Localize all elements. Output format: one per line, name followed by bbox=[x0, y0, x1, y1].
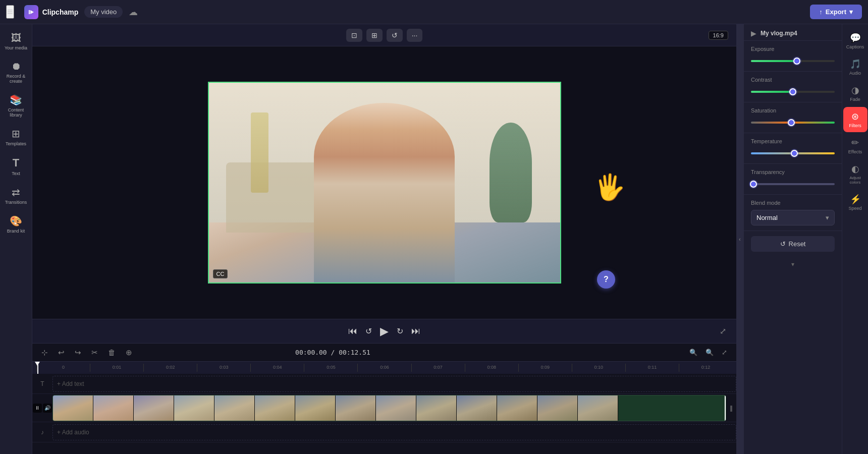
text-icon: T bbox=[13, 156, 19, 169]
tool-audio[interactable]: 🎵 Audio bbox=[843, 54, 867, 80]
blend-mode-label: Blend mode bbox=[751, 200, 835, 206]
contrast-label: Contrast bbox=[751, 77, 835, 83]
add-text-button[interactable]: + Add text bbox=[52, 376, 736, 392]
delete-button[interactable]: 🗑 bbox=[105, 347, 119, 358]
transparency-label: Transparency bbox=[751, 169, 835, 175]
hamburger-menu[interactable]: ≡ bbox=[6, 5, 14, 19]
panel-bottom-collapse[interactable]: ▾ bbox=[744, 257, 842, 272]
speed-icon: ⚡ bbox=[850, 194, 861, 205]
video-frame[interactable]: CC bbox=[208, 82, 561, 283]
tool-adjust-colors[interactable]: ◐ Adjustcolors bbox=[843, 159, 867, 189]
mute-button[interactable]: ⏸ bbox=[33, 404, 42, 413]
contrast-thumb[interactable] bbox=[789, 88, 796, 95]
skip-to-end-button[interactable]: ⏭ bbox=[407, 324, 424, 338]
video-track-row: ⏸ 🔊 bbox=[32, 394, 736, 422]
rotate-button[interactable]: ↺ bbox=[387, 29, 403, 42]
left-sidebar: 🖼 Your media ⏺ Record &create 📚 Contentl… bbox=[0, 24, 32, 454]
sidebar-item-templates[interactable]: ⊞ Templates bbox=[2, 124, 31, 150]
properties-panel: ▶ My vlog.mp4 Exposure Contrast bbox=[743, 24, 842, 454]
video-thumbnails bbox=[53, 395, 726, 421]
zoom-in-button[interactable]: 🔍 bbox=[702, 347, 717, 358]
crop-button[interactable]: ⊡ bbox=[346, 29, 362, 42]
zoom-out-button[interactable]: 🔍 bbox=[686, 347, 700, 358]
video-thumb-3 bbox=[134, 395, 174, 421]
contrast-track bbox=[751, 91, 835, 93]
transparency-thumb[interactable] bbox=[750, 181, 757, 188]
temperature-section: Temperature bbox=[744, 133, 842, 164]
temperature-thumb[interactable] bbox=[791, 150, 798, 157]
saturation-thumb[interactable] bbox=[788, 119, 795, 126]
blend-mode-section: Blend mode Normal ▾ bbox=[744, 195, 842, 231]
main-area: 🖼 Your media ⏺ Record &create 📚 Contentl… bbox=[0, 24, 868, 454]
exposure-track bbox=[751, 60, 835, 62]
sidebar-item-record-create[interactable]: ⏺ Record &create bbox=[2, 56, 31, 88]
panel-header: ▶ My vlog.mp4 bbox=[744, 24, 842, 41]
volume-button[interactable]: 🔊 bbox=[43, 404, 52, 413]
sidebar-item-brand-kit[interactable]: 🎨 Brand kit bbox=[2, 211, 31, 238]
cut-button[interactable]: ✂ bbox=[88, 347, 101, 359]
sidebar-item-your-media[interactable]: 🖼 Your media bbox=[2, 28, 31, 54]
transparency-slider[interactable] bbox=[751, 179, 835, 189]
video-track-end: ‖ bbox=[726, 405, 736, 412]
reset-icon: ↺ bbox=[780, 240, 786, 248]
contrast-section: Contrast bbox=[744, 72, 842, 102]
more-options-button[interactable]: ··· bbox=[407, 29, 423, 42]
video-track-content[interactable] bbox=[52, 395, 726, 421]
add-audio-button[interactable]: + Add audio bbox=[52, 424, 736, 440]
exposure-thumb[interactable] bbox=[793, 58, 800, 65]
chevron-down-icon: ▾ bbox=[791, 261, 794, 268]
tool-effects[interactable]: ✏ Effects bbox=[843, 133, 867, 158]
text-track-content[interactable]: + Add text bbox=[52, 376, 736, 392]
tool-filters[interactable]: ⊛ Filters bbox=[843, 107, 867, 132]
contrast-slider[interactable] bbox=[751, 87, 835, 97]
tool-captions[interactable]: 💬 Captions bbox=[843, 28, 867, 53]
layout-button[interactable]: ⊞ bbox=[366, 29, 383, 42]
sidebar-item-transitions[interactable]: ⇄ Transitions bbox=[2, 182, 31, 209]
tool-speed[interactable]: ⚡ Speed bbox=[843, 190, 867, 215]
blend-mode-select[interactable]: Normal ▾ bbox=[751, 210, 835, 225]
rewind-5s-button[interactable]: ↺ bbox=[361, 324, 376, 338]
exposure-fill bbox=[751, 60, 797, 62]
fullscreen-button[interactable]: ⤢ bbox=[716, 324, 730, 338]
play-pause-button[interactable]: ▶ bbox=[376, 323, 393, 340]
skip-to-start-button[interactable]: ⏮ bbox=[344, 324, 361, 338]
sidebar-item-content-library[interactable]: 📚 Contentlibrary bbox=[2, 90, 31, 122]
help-button[interactable]: ? bbox=[597, 270, 615, 289]
panel-collapse-button[interactable]: ‹ bbox=[736, 24, 743, 454]
select-tool-button[interactable]: ⊹ bbox=[38, 347, 51, 359]
temperature-slider[interactable] bbox=[751, 148, 835, 158]
cc-badge: CC bbox=[213, 269, 228, 278]
video-thumb-6 bbox=[255, 395, 295, 421]
export-button[interactable]: ↑ Export ▾ bbox=[810, 5, 862, 19]
playback-controls: ⏮ ↺ ▶ ↻ ⏭ ⤢ bbox=[32, 319, 736, 343]
audio-track-content[interactable]: + Add audio bbox=[52, 424, 736, 440]
logo-icon bbox=[24, 5, 38, 19]
blend-mode-arrow: ▾ bbox=[826, 214, 829, 221]
export-chevron: ▾ bbox=[849, 8, 853, 16]
redo-button[interactable]: ↪ bbox=[72, 347, 84, 359]
app-name: Clipchamp bbox=[42, 8, 79, 16]
transitions-icon: ⇄ bbox=[12, 186, 20, 198]
undo-button[interactable]: ↩ bbox=[55, 347, 68, 359]
exposure-slider[interactable] bbox=[751, 56, 835, 66]
forward-5s-button[interactable]: ↻ bbox=[393, 324, 407, 338]
video-thumb-8 bbox=[336, 395, 376, 421]
aspect-ratio-badge: 16:9 bbox=[709, 31, 728, 40]
video-thumb-1 bbox=[53, 395, 93, 421]
add-media-button[interactable]: ⊕ bbox=[123, 347, 135, 359]
video-preview-area: CC 🖐 ? bbox=[32, 46, 736, 319]
saturation-section: Saturation bbox=[744, 102, 842, 133]
effects-icon: ✏ bbox=[851, 137, 859, 148]
sidebar-item-text[interactable]: T Text bbox=[2, 152, 31, 180]
fit-timeline-button[interactable]: ⤢ bbox=[719, 347, 730, 358]
app-logo: Clipchamp bbox=[24, 5, 79, 19]
video-title-tab[interactable]: My video bbox=[84, 6, 123, 18]
reset-button[interactable]: ↺ Reset bbox=[751, 236, 835, 252]
transparency-track bbox=[751, 183, 835, 185]
your-media-icon: 🖼 bbox=[11, 32, 21, 44]
center-area: ⊡ ⊞ ↺ ··· 16:9 bbox=[32, 24, 736, 454]
playhead-head bbox=[35, 362, 40, 366]
saturation-slider[interactable] bbox=[751, 118, 835, 128]
transparency-section: Transparency bbox=[744, 164, 842, 195]
tool-fade[interactable]: ◑ Fade bbox=[843, 81, 867, 106]
